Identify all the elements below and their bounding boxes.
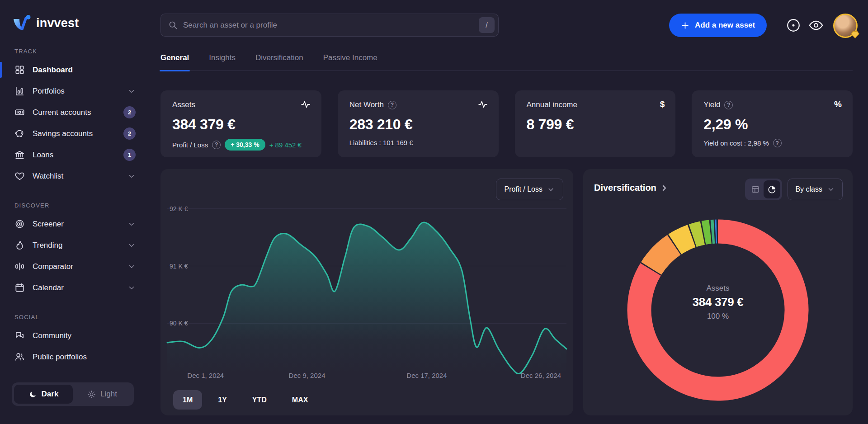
card-title: Net Worth [349, 100, 384, 109]
sidebar-item-savings-accounts[interactable]: Savings accounts 2 [0, 123, 146, 144]
yield-card: Yield ? % 2,29 % Yield on cost : 2,98 % … [692, 90, 853, 157]
user-avatar[interactable] [833, 14, 858, 38]
chevron-down-icon [127, 284, 136, 292]
activity-icon [301, 99, 311, 109]
add-new-asset-button[interactable]: Add a new asset [669, 14, 767, 37]
svg-text:92 K €: 92 K € [170, 205, 188, 212]
range-ytd-button[interactable]: YTD [243, 390, 276, 410]
invvest-logo-icon [12, 14, 32, 33]
help-icon[interactable]: ? [773, 139, 782, 147]
sidebar-section-social: SOCIAL Community Public portfolios [0, 314, 146, 367]
assets-card: Assets 384 379 € Profit / Loss ? + 30,33… [160, 90, 321, 157]
sidebar-item-calendar[interactable]: Calendar [0, 277, 146, 298]
sidebar-item-portfolios[interactable]: Portfolios [0, 80, 146, 102]
brand-logo[interactable]: invvest [12, 14, 146, 33]
yield-on-cost-text: Yield on cost : 2,98 % [703, 139, 769, 147]
svg-text:Dec 9, 2024: Dec 9, 2024 [289, 372, 326, 379]
search-icon [168, 20, 178, 30]
percent-icon: % [834, 99, 842, 109]
card-title: Assets [172, 100, 195, 109]
chevron-down-icon [127, 172, 136, 180]
heart-icon [14, 171, 25, 181]
radar-icon [14, 219, 25, 229]
help-icon[interactable]: ? [212, 141, 221, 149]
dollar-icon: $ [660, 99, 665, 109]
diversification-panel: Diversification By class Assets 384 379 … [583, 169, 853, 415]
eye-icon [808, 18, 824, 33]
card-title: Yield [703, 100, 720, 109]
sidebar-section-discover: DISCOVER Screener Trending Comparator [0, 202, 146, 298]
page-tabs: General Insights Diversification Passive… [160, 53, 853, 71]
chevron-down-icon [127, 241, 136, 250]
range-1m-button[interactable]: 1M [173, 390, 202, 410]
activity-icon [478, 99, 488, 109]
sidebar-item-comparator[interactable]: Comparator [0, 256, 146, 277]
diversification-donut-chart [583, 169, 853, 415]
sun-icon [87, 390, 96, 399]
chevron-down-icon [127, 263, 136, 271]
bank-icon [14, 150, 25, 160]
banknote-icon [14, 107, 25, 118]
tab-passive-income[interactable]: Passive Income [323, 53, 377, 71]
profit-loss-area-chart: 92 K €91 K €90 K €Dec 1, 2024Dec 9, 2024… [160, 169, 573, 386]
calendar-icon [14, 283, 25, 293]
net-worth-card: Net Worth ? 283 210 € Liabilities : 101 … [338, 90, 499, 157]
sidebar-item-loans[interactable]: Loans 1 [0, 144, 146, 165]
brand-name: invvest [36, 16, 79, 30]
tab-insights[interactable]: Insights [209, 53, 236, 71]
circle-dot-icon [786, 18, 801, 33]
svg-text:Dec 26, 2024: Dec 26, 2024 [521, 372, 561, 379]
help-icon[interactable]: ? [724, 101, 733, 109]
tab-general[interactable]: General [160, 53, 189, 71]
sidebar-item-public-portfolios[interactable]: Public portfolios [0, 346, 146, 367]
sidebar: invvest TRACK Dashboard Portfolios Curre… [0, 0, 146, 424]
help-icon[interactable]: ? [388, 101, 396, 109]
theme-light-button[interactable]: Light [73, 385, 132, 404]
sidebar-item-dashboard[interactable]: Dashboard [0, 59, 146, 80]
flame-icon [14, 240, 25, 250]
profit-loss-percent-badge: + 30,33 % [225, 139, 265, 151]
sidebar-item-screener[interactable]: Screener [0, 213, 146, 235]
sidebar-item-current-accounts[interactable]: Current accounts 2 [0, 102, 146, 123]
status-circle-button[interactable] [786, 18, 801, 33]
sidebar-item-watchlist[interactable]: Watchlist [0, 165, 146, 187]
annual-income-card: Annual income $ 8 799 € [515, 90, 676, 157]
svg-text:Dec 17, 2024: Dec 17, 2024 [406, 372, 447, 379]
annual-income-value: 8 799 € [527, 116, 664, 133]
count-badge: 2 [123, 127, 136, 140]
search-shortcut-key: / [479, 17, 495, 33]
users-icon [14, 352, 25, 362]
privacy-eye-button[interactable] [808, 18, 824, 33]
search-input[interactable] [183, 21, 479, 30]
premium-gem-icon [851, 30, 859, 39]
piggy-bank-icon [14, 128, 25, 139]
profit-loss-amount: + 89 452 € [269, 141, 302, 149]
liabilities-text: Liabilities : 101 169 € [349, 139, 413, 146]
svg-text:90 K €: 90 K € [170, 320, 188, 327]
stat-cards: Assets 384 379 € Profit / Loss ? + 30,33… [160, 90, 853, 157]
theme-toggle: Dark Light [12, 382, 134, 406]
svg-text:Dec 1, 2024: Dec 1, 2024 [187, 372, 224, 379]
sidebar-item-trending[interactable]: Trending [0, 235, 146, 256]
section-label-social: SOCIAL [14, 314, 146, 320]
section-label-track: TRACK [14, 48, 146, 55]
yield-value: 2,29 % [703, 116, 841, 133]
chat-bubbles-icon [14, 330, 25, 341]
invvest-dashboard: invvest TRACK Dashboard Portfolios Curre… [0, 0, 868, 424]
metric-selector-dropdown[interactable]: Profit / Loss [496, 179, 563, 200]
count-badge: 2 [123, 106, 136, 118]
chevron-down-icon [547, 186, 555, 193]
chevron-down-icon [127, 87, 136, 95]
range-1y-button[interactable]: 1Y [208, 390, 236, 410]
time-range-buttons: 1M 1Y YTD MAX [173, 390, 317, 410]
tab-diversification[interactable]: Diversification [255, 53, 303, 71]
range-max-button[interactable]: MAX [283, 390, 318, 410]
portfolios-icon [14, 86, 25, 96]
sidebar-item-community[interactable]: Community [0, 325, 146, 346]
theme-dark-button[interactable]: Dark [14, 385, 73, 404]
card-title: Annual income [527, 100, 577, 109]
search-bar[interactable]: / [160, 14, 499, 37]
moon-icon [28, 390, 37, 399]
sidebar-section-track: TRACK Dashboard Portfolios Current accou… [0, 48, 146, 187]
performance-chart-panel: Profit / Loss 92 K €91 K €90 K €Dec 1, 2… [160, 169, 573, 415]
